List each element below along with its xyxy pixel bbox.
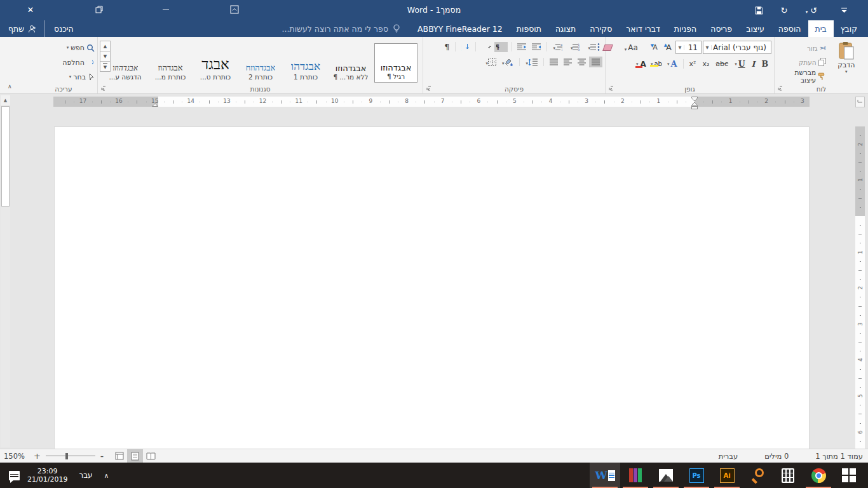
sort-button[interactable]: AZ [459,41,472,52]
tab-abbyy[interactable]: ABBYY FineReader 12 [410,20,510,37]
zoom-slider[interactable]: + - [34,451,104,462]
language-indicator[interactable]: עברית [719,452,738,461]
zoom-slider-handle[interactable] [65,453,68,459]
ribbon-display-options-button[interactable] [222,0,247,19]
format-painter-button[interactable]: מברשת עיצוב [777,69,827,83]
scroll-up-icon[interactable]: ▲ [1,95,10,105]
save-icon[interactable] [746,6,771,15]
styles-scroll-up-icon[interactable]: ▲ [100,41,111,51]
clock[interactable]: 23:09 21/01/2019 [27,467,67,484]
copy-button[interactable]: העתק [777,55,827,69]
tab-insert[interactable]: הוספה [771,20,808,37]
style-card[interactable]: אבגדהוכותרת 1 [284,43,327,83]
word-count[interactable]: 0 מילים [764,452,789,461]
close-button[interactable]: ✕ [18,0,43,19]
paste-button[interactable]: הדבק ▾ [827,41,865,83]
taskbar-app-winrar[interactable] [620,463,651,488]
redo-icon[interactable]: ↻ [771,6,797,15]
tab-view[interactable]: תצוגה [548,20,583,37]
subscript-button[interactable]: x₂ [699,58,712,69]
scrollbar-thumb[interactable] [1,106,10,207]
share-button[interactable]: שתף [0,20,44,37]
styles-dialog-launcher[interactable] [100,85,107,92]
action-center-icon[interactable] [9,471,20,480]
tab-file[interactable]: קובץ [834,20,864,37]
decrease-indent-button[interactable] [529,42,543,52]
shrink-font-button[interactable]: A▼ [648,42,660,53]
select-button[interactable]: בחר ▾ [32,70,95,84]
bullets-button[interactable]: ▾ [585,42,602,52]
multilevel-list-button[interactable]: ai ▾ [550,42,567,52]
change-case-button[interactable]: Aa▾ [622,42,641,53]
tell-me-box[interactable]: ספר לי מה אתה רוצה לעשות... [282,20,401,37]
align-left-button[interactable] [561,57,574,67]
font-color-button[interactable]: A▾ [634,60,649,69]
text-effects-button[interactable]: A▾ [664,58,681,70]
horizontal-ruler[interactable]: 1716151413121110987654321123 [53,97,810,107]
underline-button[interactable]: U▾ [731,58,748,70]
minimize-button[interactable] [153,0,179,19]
zoom-out-icon[interactable]: - [100,451,104,462]
vertical-ruler[interactable]: 21123456 [855,126,865,449]
ltr-direction-button[interactable]: ¶ [479,42,494,52]
font-name-dropdown-icon[interactable]: ▼ [703,45,712,50]
print-layout-view-button[interactable] [127,449,143,463]
line-spacing-button[interactable]: ▾ [523,57,540,67]
grow-font-button[interactable]: A▲ [661,41,674,53]
zoom-level[interactable]: 150% [4,452,25,461]
font-dialog-launcher[interactable] [608,85,614,92]
taskbar-app-photoshop[interactable]: Ps [681,463,712,488]
taskbar-app-illustrator[interactable]: Ai [712,463,742,488]
font-name-select[interactable]: Arial (גוף עברי) ▼ [703,41,771,54]
replace-button[interactable]: abac החלפה [32,55,95,69]
tab-addins[interactable]: תוספות [510,20,548,37]
taskbar-app-search[interactable] [742,463,773,488]
font-size-dropdown-icon[interactable]: ▼ [676,45,684,50]
style-card[interactable]: אבגדהוזוללא מר...¶ [329,43,372,83]
show-marks-button[interactable]: ¶ [442,41,452,53]
style-card[interactable]: אבגדהוזחכותרת 2 [239,43,282,83]
web-layout-view-button[interactable] [111,449,127,463]
bold-button[interactable]: B [758,58,771,70]
clipboard-dialog-launcher[interactable] [777,85,783,92]
sign-in-button[interactable]: היכנס [44,20,83,37]
styles-more-icon[interactable]: ▼ [100,61,111,72]
undo-icon[interactable]: ↺ ▾ [797,6,826,15]
read-mode-view-button[interactable] [143,449,159,463]
tab-layout[interactable]: פריסה [703,20,739,37]
page-indicator[interactable]: עמוד 1 מתוך 1 [815,452,863,461]
italic-button[interactable]: I [749,58,759,70]
tab-design[interactable]: עיצוב [739,20,771,37]
rtl-direction-button[interactable]: ¶ [494,42,508,52]
borders-button[interactable]: ▾ [483,57,499,67]
shading-button[interactable]: ▾ [499,57,517,67]
style-card[interactable]: אבגדהוזכותרת מ... [149,43,192,83]
cut-button[interactable]: ✂ גזור [777,41,827,55]
font-size-select[interactable]: 11 ▼ [675,41,702,54]
align-center-button[interactable] [575,57,588,67]
tab-mailings[interactable]: דברי דואר [619,20,667,37]
taskbar-language[interactable]: עבר [79,471,92,480]
numbering-button[interactable]: 123 ▾ [568,42,585,52]
hidden-icons-chevron[interactable]: ∧ [104,472,109,479]
tab-review[interactable]: סקירה [583,20,619,37]
styles-scroll-down-icon[interactable]: ▼ [100,51,111,62]
paragraph-dialog-launcher[interactable] [426,85,432,92]
vertical-scrollbar[interactable]: ▲ [1,95,10,447]
restore-button[interactable] [86,0,112,19]
collapse-ribbon-icon[interactable]: ∧ [8,83,12,90]
customize-qat-icon[interactable] [826,8,862,13]
highlight-button[interactable]: ab▾ [649,60,664,67]
style-card[interactable]: אבגדהוזורגיל¶ [374,43,417,83]
tab-references[interactable]: הפניות [667,20,703,37]
document-page[interactable] [54,126,810,449]
align-right-button[interactable] [589,57,602,67]
style-card[interactable]: אבגדכותרת ט... [194,43,237,83]
taskbar-app-photos[interactable] [651,463,681,488]
zoom-in-icon[interactable]: + [34,451,41,461]
justify-button[interactable] [547,57,560,67]
taskbar-app-calculator[interactable] [773,463,803,488]
superscript-button[interactable]: x² [686,58,700,69]
increase-indent-button[interactable] [515,42,529,52]
strikethrough-button[interactable]: abc [712,58,731,69]
